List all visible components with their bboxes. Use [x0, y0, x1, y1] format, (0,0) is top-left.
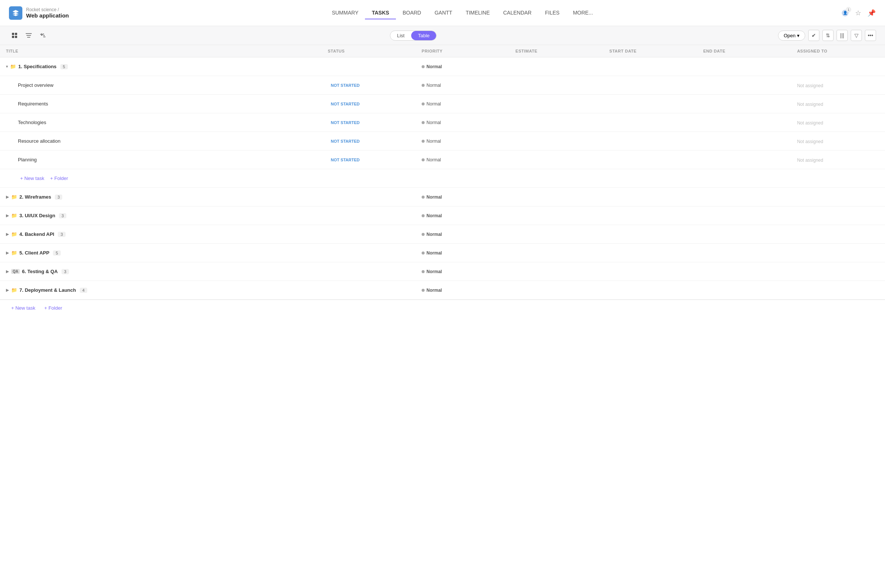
nav-files[interactable]: FILES	[538, 7, 566, 20]
open-chevron-icon: ▾	[797, 33, 799, 38]
add-task-btn[interactable]: + New task	[18, 174, 47, 183]
group-estimate-cell	[509, 262, 604, 281]
group-priority-cell: Normal	[416, 206, 509, 225]
col-title: TITLE	[0, 45, 322, 57]
group-priority-cell: Normal	[416, 281, 509, 300]
group-status-cell	[322, 244, 416, 262]
task-title-cell: Requirements	[0, 94, 322, 113]
open-dropdown-btn[interactable]: Open ▾	[778, 30, 805, 40]
columns-btn[interactable]: |||	[837, 30, 848, 41]
logo-area: Rocket science / Web application	[9, 6, 69, 20]
nav-tasks[interactable]: TASKS	[365, 7, 395, 20]
group-priority-cell: Normal	[416, 244, 509, 262]
task-end-date-cell	[697, 94, 791, 113]
toolbar-right: Open ▾ ✔ ⇅ ||| ▽ •••	[778, 30, 876, 41]
open-label: Open	[784, 33, 796, 38]
svg-rect-0	[12, 33, 14, 35]
checkbox-btn[interactable]: ✔	[808, 30, 819, 41]
toolbar-left	[9, 30, 48, 41]
group-assigned-cell	[791, 244, 885, 262]
group-estimate-cell	[509, 188, 604, 206]
group-chevron-icon[interactable]: ▶	[6, 213, 9, 218]
table-view-btn[interactable]: Table	[411, 31, 436, 40]
nav-timeline[interactable]: TIMELINE	[459, 7, 497, 20]
header: Rocket science / Web application SUMMARY…	[0, 0, 885, 26]
group-priority-cell: Normal	[416, 225, 509, 244]
group-estimate-cell	[509, 57, 604, 76]
group-start-date-cell	[604, 188, 697, 206]
group-chevron-icon[interactable]: ▶	[6, 269, 9, 273]
col-status: STATUS	[322, 45, 416, 57]
add-task-row: + New task + Folder	[0, 169, 885, 188]
group-estimate-cell	[509, 225, 604, 244]
group-count-badge: 3	[55, 195, 62, 200]
folder-icon: 📁	[11, 213, 17, 218]
task-title-cell: Project overview	[0, 76, 322, 94]
task-priority-cell: Normal	[416, 76, 509, 94]
nav-board[interactable]: BOARD	[396, 7, 428, 20]
task-assigned-cell: Not assigned	[791, 113, 885, 132]
group-status-cell	[322, 206, 416, 225]
nav-more[interactable]: MORE...	[566, 7, 600, 20]
pin-icon[interactable]: 📌	[867, 9, 876, 18]
group-start-date-cell	[604, 225, 697, 244]
bottom-add-folder-btn[interactable]: + Folder	[42, 304, 65, 312]
list-view-btn[interactable]: List	[390, 31, 411, 40]
sort-btn[interactable]	[37, 30, 48, 41]
group-chevron-icon[interactable]: ▾	[6, 64, 8, 69]
more-btn[interactable]: •••	[865, 30, 876, 41]
group-title-label: 5. Client APP	[20, 250, 49, 256]
group-chevron-icon[interactable]: ▶	[6, 232, 9, 236]
nav-gantt[interactable]: GANTT	[428, 7, 459, 20]
group-chevron-icon[interactable]: ▶	[6, 251, 9, 255]
group-start-date-cell	[604, 206, 697, 225]
sort-order-btn[interactable]: ⇅	[822, 30, 834, 41]
group-start-date-cell	[604, 281, 697, 300]
bottom-add-task-btn[interactable]: + New task	[9, 304, 38, 312]
task-status-cell[interactable]: NOT STARTED	[322, 150, 416, 169]
nav-calendar[interactable]: CALENDAR	[497, 7, 538, 20]
add-folder-btn[interactable]: + Folder	[48, 174, 71, 183]
group-count-badge: 3	[62, 269, 69, 274]
task-status-cell[interactable]: NOT STARTED	[322, 113, 416, 132]
task-end-date-cell	[697, 150, 791, 169]
task-assigned-cell: Not assigned	[791, 94, 885, 113]
task-table: TITLE STATUS PRIORITY ESTIMATE START DAT…	[0, 45, 885, 300]
task-priority-cell: Normal	[416, 150, 509, 169]
group-priority-cell: Normal	[416, 57, 509, 76]
col-end-date: END DATE	[697, 45, 791, 57]
expand-icon-btn[interactable]	[9, 30, 20, 41]
group-row: ▶ QA 6. Testing & QA 3 Normal	[0, 262, 885, 281]
users-icon-area: 👤 1	[841, 9, 849, 17]
group-estimate-cell	[509, 244, 604, 262]
group-count-badge: 3	[59, 213, 66, 218]
group-end-date-cell	[697, 206, 791, 225]
group-status-cell	[322, 281, 416, 300]
group-count-badge: 3	[58, 232, 65, 237]
toolbar: List Table Open ▾ ✔ ⇅ ||| ▽ •••	[0, 26, 885, 45]
group-estimate-cell	[509, 206, 604, 225]
group-chevron-icon[interactable]: ▶	[6, 195, 9, 199]
task-status-cell[interactable]: NOT STARTED	[322, 94, 416, 113]
filter-lines-btn[interactable]	[23, 30, 34, 41]
group-row: ▶ 📁 4. Backend API 3 Normal	[0, 225, 885, 244]
group-row: ▶ 📁 7. Deployment & Launch 4 Normal	[0, 281, 885, 300]
group-estimate-cell	[509, 281, 604, 300]
group-chevron-icon[interactable]: ▶	[6, 288, 9, 292]
group-start-date-cell	[604, 57, 697, 76]
group-count-badge: 5	[60, 64, 68, 69]
svg-rect-3	[15, 36, 17, 38]
task-estimate-cell	[509, 76, 604, 94]
project-parent: Rocket science /	[26, 7, 69, 12]
group-title-label: 1. Specifications	[18, 64, 57, 69]
task-estimate-cell	[509, 132, 604, 150]
folder-icon: 📁	[11, 287, 17, 293]
filter-btn[interactable]: ▽	[851, 30, 862, 41]
nav-summary[interactable]: SUMMARY	[325, 7, 365, 20]
group-status-cell	[322, 188, 416, 206]
task-status-cell[interactable]: NOT STARTED	[322, 132, 416, 150]
group-status-cell	[322, 225, 416, 244]
star-icon[interactable]: ☆	[854, 9, 862, 18]
task-status-cell[interactable]: NOT STARTED	[322, 76, 416, 94]
project-info: Rocket science / Web application	[26, 7, 69, 19]
